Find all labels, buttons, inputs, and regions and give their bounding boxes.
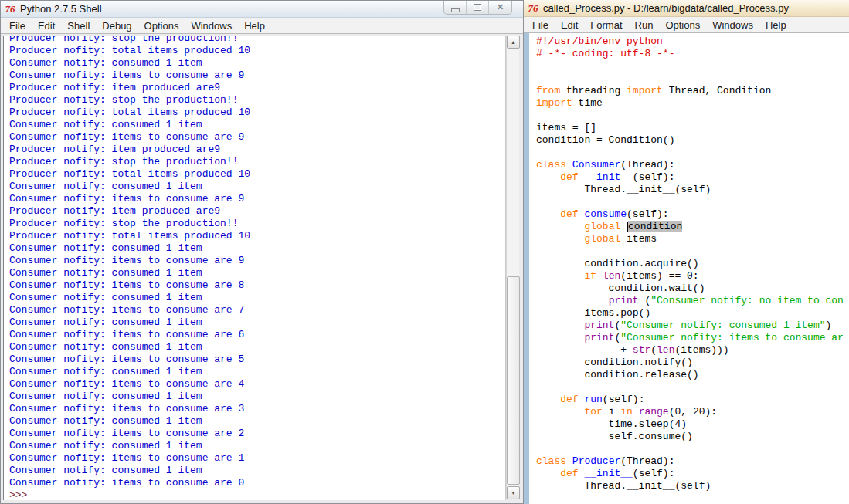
- code-line: print ("Consumer notify: no item to con: [536, 295, 844, 307]
- code-line: items.pop(): [536, 307, 844, 320]
- code-line: condition.release(): [536, 369, 844, 381]
- console-line: Consumer nofity: items to consume are 6: [9, 329, 505, 341]
- code-line: class Producer(Thread):: [536, 455, 844, 468]
- console-line: Consumer nofity: items to consume are 9: [9, 193, 505, 205]
- code-line: print("Consumer nofity: items to consume…: [536, 332, 844, 344]
- menu-item-windows[interactable]: Windows: [185, 19, 238, 33]
- console-line: Consumer nofity: items to consume are 4: [9, 378, 505, 391]
- console-line: Consumer notify: consumed 1 item: [9, 415, 505, 428]
- console-line: Consumer nofity: items to consume are 9: [9, 131, 505, 144]
- menu-item-format[interactable]: Format: [584, 18, 628, 32]
- selected-text: condition: [628, 221, 682, 232]
- menu-item-run[interactable]: Run: [629, 18, 660, 32]
- console-scrollbar[interactable]: ▲ ▼: [506, 36, 519, 499]
- console-line: Consumer notify: consumed 1 item: [9, 465, 505, 477]
- menu-item-options[interactable]: Options: [659, 18, 706, 32]
- menu-item-file[interactable]: File: [526, 18, 555, 32]
- console-line: Consumer nofity: items to consume are 9: [9, 69, 505, 82]
- code-line: [536, 73, 844, 85]
- minimize-button[interactable]: [444, 1, 467, 14]
- code-line: + str(len(items))): [536, 344, 844, 357]
- console-line: Producer nofity: total items produced 10: [9, 107, 505, 119]
- console-line: Consumer notify: consumed 1 item: [9, 181, 505, 193]
- code-line: condition.acquire(): [536, 258, 844, 270]
- console-line: Producer nofity: stop the production!!: [9, 156, 505, 168]
- code-line: Thread.__init__(self): [536, 184, 844, 196]
- console-line: Producer nofity: stop the production!!: [9, 218, 505, 230]
- console-line: Consumer nofity: items to consume are 0: [9, 477, 505, 489]
- code-line: print("Consumer notify: consumed 1 item"…: [536, 320, 844, 332]
- console-line: Consumer notify: consumed 1 item: [9, 440, 505, 452]
- console-line: Producer nofity: total items produced 10: [9, 230, 505, 242]
- window-controls: ✕: [443, 1, 512, 15]
- editor-window-title: called_Process.py - D:/learn/bigdata/cal…: [543, 2, 789, 14]
- close-icon: ✕: [497, 3, 504, 12]
- console-line: Producer nofity: total items produced 10: [9, 168, 505, 181]
- shell-menubar: FileEditShellDebugOptionsWindowsHelp: [1, 18, 523, 34]
- code-line: [536, 147, 844, 159]
- code-line: if len(items) == 0:: [536, 270, 844, 282]
- console-line: Consumer nofity: items to consume are 5: [9, 353, 505, 366]
- menu-item-windows[interactable]: Windows: [706, 18, 759, 32]
- maximize-button[interactable]: [467, 1, 489, 14]
- code-line: class Consumer(Thread):: [536, 159, 844, 171]
- editor-menubar: FileEditFormatRunOptionsWindowsHelp: [524, 17, 849, 33]
- code-line: def consume(self):: [536, 208, 844, 221]
- console-line: Consumer notify: consumed 1 item: [9, 366, 505, 378]
- scrollbar-thumb[interactable]: [507, 276, 520, 485]
- shell-console[interactable]: Producer nofity: stop the production!!Pr…: [3, 36, 506, 500]
- scroll-up-button[interactable]: ▲: [507, 36, 520, 49]
- menu-item-shell[interactable]: Shell: [61, 19, 96, 33]
- menu-item-help[interactable]: Help: [759, 18, 793, 32]
- shell-titlebar[interactable]: 76 Python 2.7.5 Shell ✕: [1, 1, 523, 18]
- code-line: def __init__(self):: [536, 171, 844, 184]
- code-line: def __init__(self):: [536, 468, 844, 480]
- menu-item-help[interactable]: Help: [238, 19, 271, 33]
- source-code: #!/usr/bin/env python# -*- coding: utf-8…: [536, 36, 844, 492]
- console-output: Producer nofity: stop the production!!Pr…: [4, 36, 505, 500]
- console-line: Producer nofity: stop the production!!: [9, 94, 505, 107]
- console-line: Consumer notify: consumed 1 item: [9, 292, 505, 304]
- console-line: Consumer notify: consumed 1 item: [9, 316, 505, 329]
- editor-window: 76 called_Process.py - D:/learn/bigdata/…: [524, 0, 849, 504]
- code-line: [536, 196, 844, 208]
- python-icon: 76: [527, 3, 539, 14]
- code-line: [536, 443, 844, 455]
- code-line: time.sleep(4): [536, 418, 844, 431]
- code-line: condition.notify(): [536, 357, 844, 369]
- console-line: Consumer notify: consumed 1 item: [9, 391, 505, 403]
- code-line: self.consume(): [536, 431, 844, 443]
- code-line: # -*- coding: utf-8 -*-: [536, 48, 844, 60]
- shell-prompt: >>>: [9, 489, 505, 500]
- console-line: Producer notify: item produced are9: [9, 205, 505, 218]
- console-line: Consumer nofity: items to consume are 8: [9, 279, 505, 292]
- code-line: [536, 60, 844, 73]
- menu-item-edit[interactable]: Edit: [32, 19, 61, 33]
- scroll-up-icon: ▲: [511, 39, 516, 45]
- python-icon: 76: [4, 4, 16, 15]
- scroll-down-button[interactable]: ▼: [507, 486, 520, 499]
- menu-item-options[interactable]: Options: [138, 19, 185, 33]
- code-line: from threading import Thread, Condition: [536, 85, 844, 97]
- code-line: import time: [536, 97, 844, 110]
- console-line: Consumer notify: consumed 1 item: [9, 242, 505, 255]
- console-line: Producer nofity: stop the production!!: [9, 36, 505, 45]
- console-line: Consumer nofity: items to consume are 9: [9, 255, 505, 267]
- code-line: [536, 381, 844, 394]
- editor-text-area[interactable]: #!/usr/bin/env python# -*- coding: utf-8…: [524, 33, 849, 504]
- menu-item-file[interactable]: File: [3, 19, 32, 33]
- console-line: Producer notify: item produced are9: [9, 144, 505, 156]
- code-line: [536, 245, 844, 258]
- code-line: condition = Condition(): [536, 134, 844, 147]
- console-line: Consumer nofity: items to consume are 7: [9, 304, 505, 316]
- editor-titlebar[interactable]: 76 called_Process.py - D:/learn/bigdata/…: [524, 0, 849, 17]
- console-line: Consumer nofity: items to consume are 1: [9, 452, 505, 465]
- close-button[interactable]: ✕: [489, 1, 511, 14]
- menu-item-debug[interactable]: Debug: [96, 19, 138, 33]
- menu-item-edit[interactable]: Edit: [555, 18, 584, 32]
- console-line: Consumer notify: consumed 1 item: [9, 57, 505, 69]
- code-line: [536, 110, 844, 122]
- minimize-icon: [451, 8, 460, 12]
- code-line: global items: [536, 233, 844, 245]
- console-line: Producer nofity: total items produced 10: [9, 45, 505, 57]
